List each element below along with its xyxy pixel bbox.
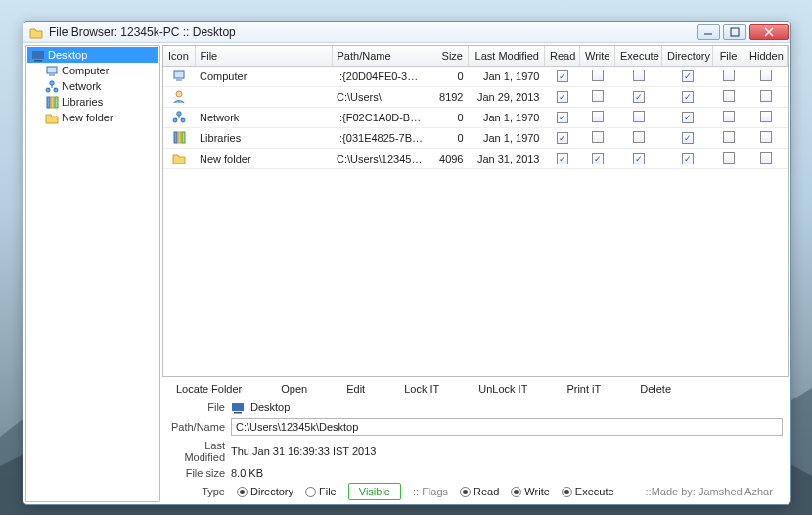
action-open[interactable]: Open xyxy=(281,383,307,395)
file-cell xyxy=(195,86,332,107)
type-file-radio[interactable]: File xyxy=(305,486,337,497)
checkbox[interactable] xyxy=(633,131,645,143)
column-header[interactable]: File xyxy=(195,46,332,66)
path-field[interactable] xyxy=(231,418,783,436)
file-cell: Computer xyxy=(195,66,332,86)
file-grid[interactable]: IconFilePath/NameSizeLast ModifiedReadWr… xyxy=(162,45,789,377)
column-header[interactable]: Icon xyxy=(163,46,195,66)
flag-execute-radio[interactable]: Execute xyxy=(562,486,614,497)
file-cell: New folder xyxy=(195,148,332,168)
column-header[interactable]: Write xyxy=(580,46,615,66)
svg-rect-11 xyxy=(731,28,739,36)
table-row[interactable]: C:\Users\8192Jan 29, 2013 xyxy=(163,86,788,107)
tree-node[interactable]: New folder xyxy=(27,110,158,125)
libraries-icon xyxy=(45,95,59,109)
app-icon xyxy=(29,25,43,39)
size-cell: 0 xyxy=(429,107,469,127)
checkbox[interactable] xyxy=(682,153,694,164)
network-icon xyxy=(45,79,59,93)
checkbox[interactable] xyxy=(633,91,645,103)
action-edit[interactable]: Edit xyxy=(346,383,365,395)
mod-cell: Jan 1, 1970 xyxy=(469,107,545,127)
tree-node[interactable]: Libraries xyxy=(27,94,158,110)
column-header[interactable]: Directory xyxy=(662,46,713,66)
checkbox[interactable] xyxy=(760,131,772,143)
checkbox[interactable] xyxy=(760,152,772,164)
checkbox[interactable] xyxy=(682,91,694,103)
checkbox[interactable] xyxy=(557,91,568,103)
action-print it[interactable]: Print iT xyxy=(566,383,601,395)
column-header[interactable]: Hidden xyxy=(744,46,788,66)
column-header[interactable]: Path/Name xyxy=(332,46,429,66)
maximize-button[interactable] xyxy=(723,24,746,40)
path-cell: C:\Users\ xyxy=(332,86,429,107)
column-header[interactable]: Size xyxy=(429,46,469,66)
size-cell: 8192 xyxy=(429,86,469,107)
size-value: 8.0 KB xyxy=(231,467,783,479)
checkbox[interactable] xyxy=(592,153,604,164)
checkbox[interactable] xyxy=(723,70,735,81)
libraries-icon xyxy=(172,130,186,144)
visible-button[interactable]: Visible xyxy=(348,483,401,500)
table-row[interactable]: Network::{F02C1A0D-BE21-4350-88B0-7367FC… xyxy=(163,107,788,127)
tree-root-desktop[interactable]: Desktop xyxy=(27,47,158,63)
checkbox[interactable] xyxy=(633,70,645,81)
action-lock it[interactable]: Lock IT xyxy=(404,383,439,395)
mod-cell: Jan 29, 2013 xyxy=(469,86,545,107)
checkbox[interactable] xyxy=(633,111,645,122)
tree-node[interactable]: Computer xyxy=(27,63,158,78)
checkbox[interactable] xyxy=(633,153,645,164)
path-cell: ::{20D04FE0-3AEA-1069-A2D8-08002B3030... xyxy=(332,66,429,86)
action-delete[interactable]: Delete xyxy=(640,383,671,395)
flag-write-radio[interactable]: Write xyxy=(511,486,549,497)
modified-value: Thu Jan 31 16:39:33 IST 2013 xyxy=(231,445,783,457)
minimize-button[interactable] xyxy=(697,24,720,40)
path-label: Path/Name xyxy=(168,421,225,433)
checkbox[interactable] xyxy=(557,70,568,82)
checkbox[interactable] xyxy=(557,132,568,144)
table-row[interactable]: New folderC:\Users\12345k\Desktop\New fo… xyxy=(163,148,788,168)
titlebar[interactable]: File Browser: 12345k-PC :: Desktop xyxy=(23,22,790,43)
column-header[interactable]: Last Modified xyxy=(469,46,545,66)
checkbox[interactable] xyxy=(592,111,604,122)
type-directory-radio[interactable]: Directory xyxy=(237,486,293,497)
window-title: File Browser: 12345k-PC :: Desktop xyxy=(49,25,694,39)
path-cell: ::{F02C1A0D-BE21-4350-88B0-7367FC96EF... xyxy=(332,107,429,127)
checkbox[interactable] xyxy=(557,153,568,164)
checkbox[interactable] xyxy=(682,112,694,123)
flag-read-radio[interactable]: Read xyxy=(460,486,499,497)
desktop-icon xyxy=(31,48,45,62)
checkbox[interactable] xyxy=(760,111,772,122)
mod-cell: Jan 31, 2013 xyxy=(469,148,545,168)
column-header[interactable]: File xyxy=(713,46,744,66)
mod-cell: Jan 1, 1970 xyxy=(469,66,545,86)
column-header[interactable]: Execute xyxy=(615,46,662,66)
checkbox[interactable] xyxy=(723,111,735,122)
size-label: File size xyxy=(168,467,225,479)
checkbox[interactable] xyxy=(760,90,772,102)
checkbox[interactable] xyxy=(592,90,604,102)
file-cell: Network xyxy=(195,107,332,127)
table-row[interactable]: Libraries::{031E4825-7B94-4DC3-B131-E946… xyxy=(163,127,788,148)
checkbox[interactable] xyxy=(682,132,694,144)
checkbox[interactable] xyxy=(682,70,694,82)
size-cell: 4096 xyxy=(429,148,469,168)
checkbox[interactable] xyxy=(760,70,772,81)
action-locate folder[interactable]: Locate Folder xyxy=(176,383,242,395)
close-button[interactable] xyxy=(749,24,789,40)
checkbox[interactable] xyxy=(723,90,735,102)
folder-icon xyxy=(45,111,59,124)
action-unlock it[interactable]: UnLock IT xyxy=(478,383,527,395)
checkbox[interactable] xyxy=(723,152,735,164)
column-header[interactable]: Read xyxy=(545,46,580,66)
checkbox[interactable] xyxy=(723,131,735,143)
file-browser-window: File Browser: 12345k-PC :: Desktop Deskt… xyxy=(23,21,791,505)
checkbox[interactable] xyxy=(592,70,604,81)
folder-icon xyxy=(172,151,186,164)
checkbox[interactable] xyxy=(557,112,568,123)
folder-tree[interactable]: Desktop ComputerNetworkLibrariesNew fold… xyxy=(25,45,160,502)
checkbox[interactable] xyxy=(592,131,604,143)
tree-node[interactable]: Network xyxy=(27,78,158,94)
file-value: Desktop xyxy=(250,401,783,413)
table-row[interactable]: Computer::{20D04FE0-3AEA-1069-A2D8-08002… xyxy=(163,66,788,86)
